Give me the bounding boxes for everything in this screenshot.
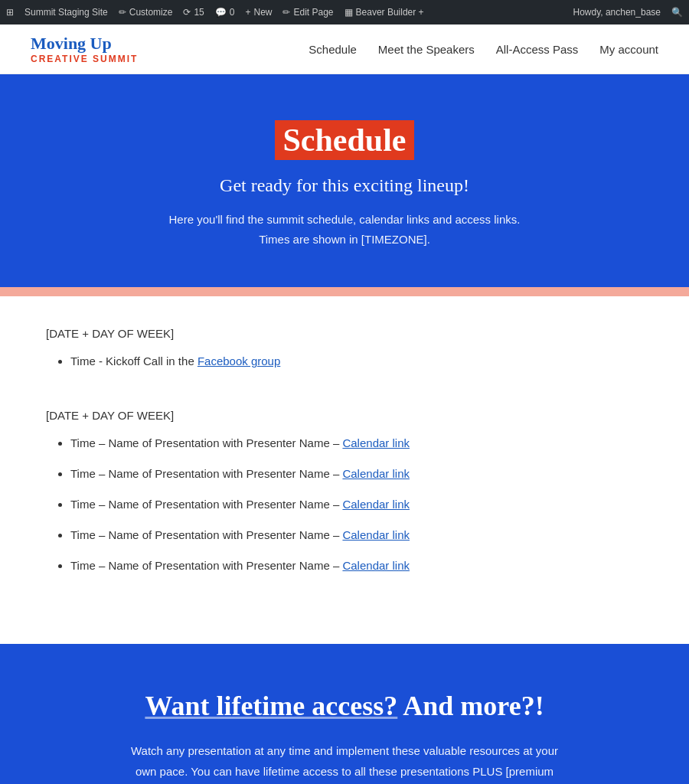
schedule-day-1: [DATE + DAY OF WEEK] Time - Kickoff Call… bbox=[46, 327, 643, 371]
calendar-link-1[interactable]: Calendar link bbox=[342, 436, 410, 449]
site-header: Moving Up CREATIVE SUMMIT Schedule Meet … bbox=[0, 24, 689, 74]
nav-account[interactable]: My account bbox=[599, 43, 658, 56]
admin-search-icon[interactable]: 🔍 bbox=[671, 7, 683, 18]
hero-subtitle: Get ready for this exciting lineup! bbox=[31, 175, 658, 196]
facebook-group-link[interactable]: Facebook group bbox=[198, 354, 280, 368]
nav-access-pass[interactable]: All-Access Pass bbox=[496, 43, 579, 56]
list-item: Time – Name of Presentation with Present… bbox=[70, 526, 643, 544]
calendar-link-3[interactable]: Calendar link bbox=[342, 498, 410, 511]
admin-new[interactable]: + New bbox=[245, 7, 272, 18]
logo-line2: CREATIVE SUMMIT bbox=[31, 54, 138, 64]
admin-customize[interactable]: ✏ Customize bbox=[119, 7, 173, 18]
list-item: Time – Name of Presentation with Present… bbox=[70, 495, 643, 514]
list-item: Time – Name of Presentation with Present… bbox=[70, 465, 643, 483]
day-2-label: [DATE + DAY OF WEEK] bbox=[46, 409, 643, 422]
day-1-label: [DATE + DAY OF WEEK] bbox=[46, 327, 643, 340]
admin-edit-page[interactable]: ✏ Edit Page bbox=[282, 7, 333, 18]
calendar-link-2[interactable]: Calendar link bbox=[342, 467, 410, 480]
list-item: Time – Name of Presentation with Present… bbox=[70, 557, 643, 575]
admin-beaver[interactable]: ▦ Beaver Builder + bbox=[344, 7, 424, 18]
admin-site-name[interactable]: Summit Staging Site bbox=[24, 7, 108, 18]
main-nav: Schedule Meet the Speakers All-Access Pa… bbox=[309, 43, 658, 56]
admin-updates[interactable]: ⟳ 15 bbox=[183, 7, 204, 18]
site-logo[interactable]: Moving Up CREATIVE SUMMIT bbox=[31, 34, 138, 64]
hero-description: Here you'll find the summit schedule, ca… bbox=[31, 210, 658, 249]
hero-title: Schedule bbox=[275, 120, 413, 160]
calendar-link-4[interactable]: Calendar link bbox=[342, 528, 410, 541]
nav-speakers[interactable]: Meet the Speakers bbox=[378, 43, 475, 56]
list-item: Time - Kickoff Call in the Facebook grou… bbox=[70, 352, 643, 371]
footer-cta-section: Want lifetime access? And more?! Watch a… bbox=[0, 644, 689, 784]
admin-user[interactable]: Howdy, anchen_base bbox=[573, 7, 661, 18]
logo-line1: Moving Up bbox=[31, 34, 138, 54]
admin-comments[interactable]: 💬 0 bbox=[215, 7, 235, 18]
footer-cta-title: Want lifetime access? And more?! bbox=[31, 690, 658, 722]
day-1-events: Time - Kickoff Call in the Facebook grou… bbox=[46, 352, 643, 371]
calendar-link-5[interactable]: Calendar link bbox=[342, 559, 410, 572]
day-2-events: Time – Name of Presentation with Present… bbox=[46, 434, 643, 575]
footer-cta-description: Watch any presentation at any time and i… bbox=[130, 740, 559, 784]
list-item: Time – Name of Presentation with Present… bbox=[70, 434, 643, 452]
schedule-day-2: [DATE + DAY OF WEEK] Time – Name of Pres… bbox=[46, 409, 643, 575]
main-content: [DATE + DAY OF WEEK] Time - Kickoff Call… bbox=[0, 296, 689, 644]
wp-logo-icon[interactable]: ⊞ bbox=[6, 7, 14, 18]
admin-bar: ⊞ Summit Staging Site ✏ Customize ⟳ 15 💬… bbox=[0, 0, 689, 24]
color-stripe bbox=[0, 287, 689, 296]
hero-section: Schedule Get ready for this exciting lin… bbox=[0, 74, 689, 287]
nav-schedule[interactable]: Schedule bbox=[309, 43, 357, 56]
